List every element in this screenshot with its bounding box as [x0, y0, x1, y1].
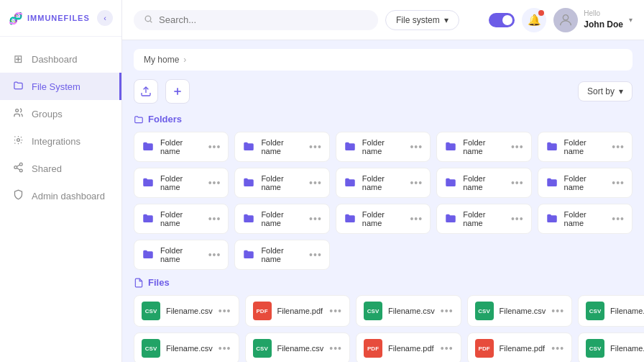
sidebar-item-groups[interactable]: Groups [0, 100, 121, 127]
dropdown-chevron-icon: ▾ [444, 15, 448, 25]
file-item[interactable]: CSV Filename.csv ••• [356, 295, 461, 327]
sidebar-item-dashboard[interactable]: ⊞ Dashboard [0, 45, 121, 73]
sort-button[interactable]: Sort by ▾ [578, 81, 632, 101]
file-more-button[interactable]: ••• [218, 343, 231, 354]
folder-more-button[interactable]: ••• [208, 141, 221, 153]
file-item[interactable]: PDF Filename.pdf ••• [356, 332, 461, 362]
folder-item[interactable]: Folder name ••• [336, 168, 431, 198]
content-area: My home › Sort by ▾ Folders [122, 40, 644, 362]
notification-badge [538, 10, 544, 16]
sidebar-item-shared[interactable]: Shared [0, 155, 121, 182]
folder-more-button[interactable]: ••• [410, 213, 423, 225]
folder-icon [444, 140, 457, 154]
file-name: Filename.pdf [388, 344, 435, 353]
folder-icon [546, 176, 558, 190]
folder-item[interactable]: Folder name ••• [538, 204, 632, 234]
folder-item[interactable]: Folder name ••• [134, 132, 229, 162]
svg-point-0 [15, 109, 18, 112]
file-more-button[interactable]: ••• [329, 343, 342, 354]
svg-line-5 [17, 168, 19, 169]
csv-icon: CSV [253, 339, 272, 358]
file-item[interactable]: CSV Filename.csv ••• [134, 332, 239, 362]
notification-button[interactable]: 🔔 [522, 8, 546, 32]
folder-more-button[interactable]: ••• [208, 177, 221, 189]
file-name: Filename.csv [500, 307, 546, 315]
folder-item[interactable]: Folder name ••• [134, 204, 229, 234]
folder-more-button[interactable]: ••• [309, 249, 322, 261]
file-item[interactable]: CSV Filename.csv ••• [245, 332, 351, 362]
folder-name: Folder name [362, 174, 405, 191]
sidebar-item-label: File System [32, 81, 80, 92]
svg-point-2 [19, 163, 22, 166]
folder-grid: Folder name ••• Folder name ••• Folder n… [134, 132, 632, 270]
folder-name: Folder name [261, 210, 303, 227]
shared-icon [12, 162, 24, 175]
user-menu[interactable]: Hello John Doe ▾ [553, 8, 632, 32]
search-input[interactable] [159, 14, 368, 25]
folder-item[interactable]: Folder name ••• [234, 204, 329, 234]
header-actions: 🔔 Hello John Doe ▾ [489, 8, 632, 32]
csv-icon: CSV [586, 302, 604, 320]
file-name: Filename.csv [166, 344, 213, 353]
user-hello: Hello [584, 9, 623, 19]
pdf-icon: PDF [475, 339, 494, 358]
file-more-button[interactable]: ••• [218, 305, 231, 317]
folder-more-button[interactable]: ••• [208, 249, 221, 261]
folder-more-button[interactable]: ••• [612, 141, 625, 153]
file-item[interactable]: CSV Filename.csv ••• [578, 295, 644, 327]
folder-more-button[interactable]: ••• [410, 177, 423, 189]
sidebar-item-filesystem[interactable]: File System [0, 73, 121, 100]
file-more-button[interactable]: ••• [329, 305, 342, 317]
folder-item[interactable]: Folder name ••• [134, 168, 229, 198]
sidebar: 🧬 IMMUNEFILES ‹ ⊞ Dashboard File System … [0, 0, 122, 362]
file-item[interactable]: PDF Filename.pdf ••• [245, 295, 351, 327]
sidebar-collapse-button[interactable]: ‹ [97, 10, 113, 26]
folder-item[interactable]: Folder name ••• [336, 204, 431, 234]
upload-button[interactable] [134, 79, 158, 104]
sidebar-item-integrations[interactable]: Integrations [0, 127, 121, 155]
folder-item[interactable]: Folder name ••• [234, 240, 329, 270]
folder-more-button[interactable]: ••• [612, 177, 625, 189]
file-item[interactable]: CSV Filename.csv ••• [134, 295, 239, 327]
folder-item[interactable]: Folder name ••• [134, 240, 229, 270]
folder-name: Folder name [564, 174, 607, 191]
folder-more-button[interactable]: ••• [612, 213, 625, 225]
file-item[interactable]: PDF Filename.pdf ••• [467, 332, 573, 362]
folder-item[interactable]: Folder name ••• [436, 204, 531, 234]
filesystem-icon [12, 80, 24, 93]
folder-more-button[interactable]: ••• [511, 141, 524, 153]
file-more-button[interactable]: ••• [441, 305, 454, 317]
folder-more-button[interactable]: ••• [309, 177, 322, 189]
file-more-button[interactable]: ••• [551, 343, 564, 354]
file-name: Filename.csv [277, 344, 324, 353]
folder-name: Folder name [261, 246, 303, 263]
file-system-dropdown[interactable]: File system ▾ [385, 10, 459, 30]
folder-item[interactable]: Folder name ••• [538, 132, 632, 162]
file-more-button[interactable]: ••• [441, 343, 454, 354]
file-item[interactable]: CSV Filename.csv ••• [578, 332, 644, 362]
svg-line-6 [17, 165, 19, 166]
folder-more-button[interactable]: ••• [309, 213, 322, 225]
folder-item[interactable]: Folder name ••• [436, 132, 531, 162]
search-box[interactable] [134, 10, 378, 30]
folder-item[interactable]: Folder name ••• [234, 168, 329, 198]
pdf-icon: PDF [364, 339, 382, 358]
folder-item[interactable]: Folder name ••• [436, 168, 531, 198]
folder-more-button[interactable]: ••• [309, 141, 322, 153]
file-more-button[interactable]: ••• [551, 305, 564, 317]
add-button[interactable] [165, 79, 190, 104]
folder-more-button[interactable]: ••• [511, 213, 524, 225]
folder-item[interactable]: Folder name ••• [234, 132, 329, 162]
folder-item[interactable]: Folder name ••• [538, 168, 632, 198]
dashboard-icon: ⊞ [12, 53, 24, 65]
folder-item[interactable]: Folder name ••• [336, 132, 431, 162]
folder-more-button[interactable]: ••• [410, 141, 423, 153]
folder-name: Folder name [362, 210, 405, 227]
file-item[interactable]: CSV Filename.csv ••• [467, 295, 573, 327]
sidebar-item-admin[interactable]: Admin dashboard [0, 182, 121, 209]
file-system-label: File system [396, 15, 440, 25]
folder-more-button[interactable]: ••• [511, 177, 524, 189]
folder-more-button[interactable]: ••• [208, 213, 221, 225]
toolbar: Sort by ▾ [134, 79, 632, 104]
toggle-switch[interactable] [489, 13, 515, 27]
